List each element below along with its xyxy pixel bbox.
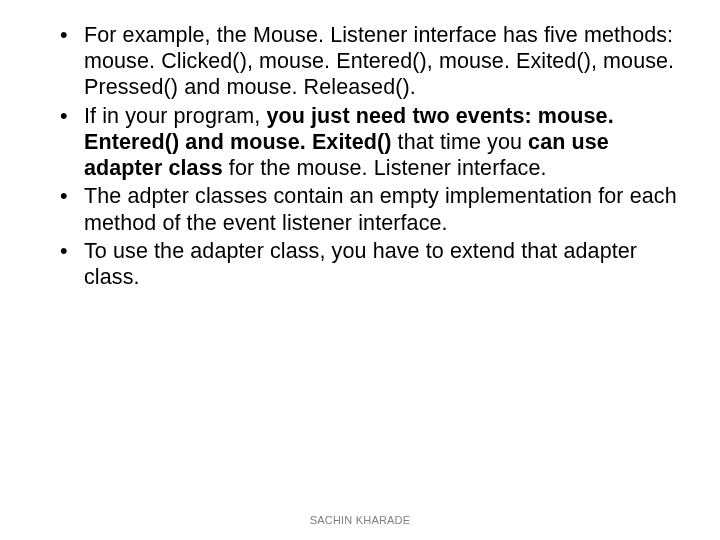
slide: For example, the Mouse. Listener interfa… — [0, 0, 720, 540]
text: The adpter classes contain an empty impl… — [84, 184, 677, 234]
bullet-list: For example, the Mouse. Listener interfa… — [60, 22, 680, 290]
text: for the mouse. Listener interface. — [229, 156, 547, 180]
list-item: For example, the Mouse. Listener interfa… — [60, 22, 680, 101]
footer-author: SACHIN KHARADE — [0, 514, 720, 526]
text: To use the adapter class, you have to ex… — [84, 239, 637, 289]
list-item: If in your program, you just need two ev… — [60, 103, 680, 182]
list-item: To use the adapter class, you have to ex… — [60, 238, 680, 290]
text: that time you — [398, 130, 528, 154]
text: For example, the Mouse. Listener interfa… — [84, 23, 674, 99]
text: If in your program, — [84, 104, 266, 128]
list-item: The adpter classes contain an empty impl… — [60, 183, 680, 235]
